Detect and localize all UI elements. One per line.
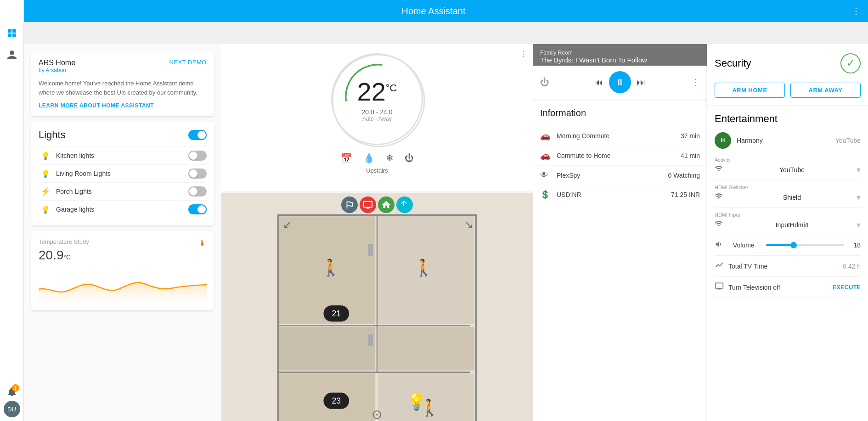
info-value: 41 min <box>681 152 700 159</box>
bulb-icon: 💡 <box>39 169 52 178</box>
learn-more-link[interactable]: LEARN MORE ABOUT HOME ASSISTANT <box>39 102 207 109</box>
kitchen-lights-toggle[interactable] <box>188 151 207 161</box>
activity-dropdown-icon[interactable]: ▾ <box>857 165 861 175</box>
snowflake-icon[interactable]: ❄ <box>386 152 394 163</box>
security-buttons: ARM HOME ARM AWAY <box>715 83 861 98</box>
media-play-button[interactable]: ⏸ <box>609 71 631 93</box>
activity-field: Activity YouTube ▾ <box>715 152 861 180</box>
hdmi-input-dropdown-icon[interactable]: ▾ <box>857 220 861 230</box>
bulb-icon: 💡 <box>39 205 52 214</box>
lightning-icon: ⚡ <box>39 186 52 196</box>
car-icon: 🚗 <box>540 131 553 141</box>
info-value: 37 min <box>681 132 700 140</box>
svg-rect-28 <box>368 335 373 346</box>
wifi-icon <box>715 164 723 175</box>
eye-icon: 👁 <box>540 170 553 180</box>
sidebar-item-profile[interactable] <box>0 44 23 66</box>
lights-title: Lights <box>39 129 66 141</box>
info-item-plexspy: 👁 PlexSpy 0 Watching <box>533 165 707 185</box>
media-more-icon[interactable]: ⋮ <box>691 77 700 88</box>
sidebar-bottom: 1 DU <box>0 386 23 421</box>
power-icon[interactable]: ⏻ <box>405 153 414 163</box>
right-center-panel: Family Room The Byrds: I Wasn't Born To … <box>533 44 707 421</box>
welcome-card: ARS Home by Arsaboo NEXT DEMO Welcome ho… <box>31 51 214 116</box>
security-title: Security <box>715 57 751 69</box>
info-item-usdinr: 💲 USDINR 71.25 INR <box>533 185 707 204</box>
arm-away-button[interactable]: ARM AWAY <box>790 83 861 98</box>
sidebar: 1 DU <box>0 0 24 421</box>
volume-slider[interactable] <box>766 244 844 246</box>
thermostat-label: Upstairs <box>366 167 388 174</box>
entertainment-section: Entertainment H Harmony YouTube Activity… <box>707 106 868 305</box>
thermostat-menu-icon[interactable]: ⋮ <box>520 50 527 58</box>
light-name: Living Room Lights <box>56 170 188 177</box>
media-next-icon[interactable]: ⏭ <box>637 77 646 88</box>
garage-lights-toggle[interactable] <box>188 204 207 214</box>
lights-card: Lights 💡 Kitchen lights 💡 Living Room Li… <box>31 122 214 225</box>
volume-row: Volume 18 <box>715 235 861 256</box>
hdmi-input-icon <box>715 219 723 230</box>
arm-home-button[interactable]: ARM HOME <box>715 83 785 98</box>
temp-value: 20.9°C <box>39 248 207 263</box>
hdmi-switcher-dropdown-icon[interactable]: ▾ <box>857 192 861 202</box>
svg-text:↙: ↙ <box>283 219 292 230</box>
temperature-card: Temperature Study 🌡 20.9°C <box>31 231 214 310</box>
harmony-label: Harmony <box>737 137 835 144</box>
hdmi-switcher-icon <box>715 192 723 202</box>
flame-icon[interactable]: 💧 <box>363 152 375 163</box>
more-icon[interactable]: ⋮ <box>851 6 861 17</box>
light-name: Kitchen lights <box>56 152 188 159</box>
info-item-morning-commute: 🚗 Morning Commute 37 min <box>533 126 707 146</box>
svg-rect-8 <box>279 327 375 370</box>
media-prev-icon[interactable]: ⏮ <box>594 77 603 88</box>
calendar-icon[interactable]: 📅 <box>341 152 352 163</box>
information-card: Information 🚗 Morning Commute 37 min 🚗 C… <box>533 101 707 421</box>
user-avatar[interactable]: DU <box>4 401 20 417</box>
topbar: ☰ Home Assistant ⋮ <box>0 0 868 22</box>
temp-study-title: Temperature Study <box>39 238 89 245</box>
harmony-row: H Harmony YouTube <box>715 132 861 149</box>
info-name: PlexSpy <box>557 172 668 179</box>
info-item-commute-home: 🚗 Commute to Home 41 min <box>533 146 707 165</box>
lights-master-toggle[interactable] <box>188 130 207 140</box>
tv-icon <box>715 281 724 293</box>
ars-home-author[interactable]: by Arsaboo <box>39 67 75 73</box>
execute-button[interactable]: EXECUTE <box>833 284 861 291</box>
activity-value: YouTube <box>779 166 805 174</box>
sidebar-item-dashboard[interactable] <box>0 22 23 44</box>
turn-tv-off-label: Turn Television off <box>728 284 833 291</box>
temp-chart <box>39 266 207 303</box>
volume-label: Volume <box>733 241 761 249</box>
next-demo-button[interactable]: NEXT DEMO <box>169 59 207 66</box>
living-room-lights-toggle[interactable] <box>188 168 207 179</box>
light-item: 💡 Kitchen lights <box>39 146 207 164</box>
thermostat-card: ⋮ 22°C 20.0 - 24.0 Auto - Away 📅 💧 ❄ ⏻ <box>221 44 533 191</box>
info-name: Commute to Home <box>557 152 681 159</box>
notification-count: 1 <box>12 384 19 392</box>
dollar-icon: 💲 <box>540 190 553 200</box>
hdmi-switcher-value: Shield <box>783 194 801 201</box>
light-item: ⚡ Porch Lights <box>39 182 207 200</box>
hdmi-input-field: HDMI Input InputHdmi4 ▾ <box>715 208 861 235</box>
svg-text:⊙: ⊙ <box>372 407 383 421</box>
porch-lights-toggle[interactable] <box>188 186 207 196</box>
information-title: Information <box>533 101 707 126</box>
media-controls: ⏻ ⏮ ⏸ ⏭ ⋮ <box>533 66 707 99</box>
total-tv-time-row: Total TV Time 0.42 h <box>715 256 861 277</box>
svg-text:23: 23 <box>332 396 341 405</box>
notification-bell[interactable]: 1 <box>6 386 17 399</box>
info-name: Morning Commute <box>557 132 681 140</box>
light-name: Garage lights <box>56 206 188 213</box>
volume-value: 18 <box>850 241 861 249</box>
media-power-icon[interactable]: ⏻ <box>540 77 549 88</box>
security-status-badge: ✓ <box>840 53 861 73</box>
security-section: Security ✓ ARM HOME ARM AWAY <box>707 44 868 106</box>
svg-text:21: 21 <box>332 309 341 318</box>
harmony-value: YouTube <box>835 137 861 144</box>
welcome-text: Welcome home! You've reached the Home As… <box>39 79 207 97</box>
light-item: 💡 Living Room Lights <box>39 164 207 182</box>
left-panel: ARS Home by Arsaboo NEXT DEMO Welcome ho… <box>24 44 221 421</box>
thermometer-icon: 🌡 <box>198 238 207 248</box>
harmony-logo: H <box>715 132 731 149</box>
svg-text:🚶: 🚶 <box>413 258 434 277</box>
